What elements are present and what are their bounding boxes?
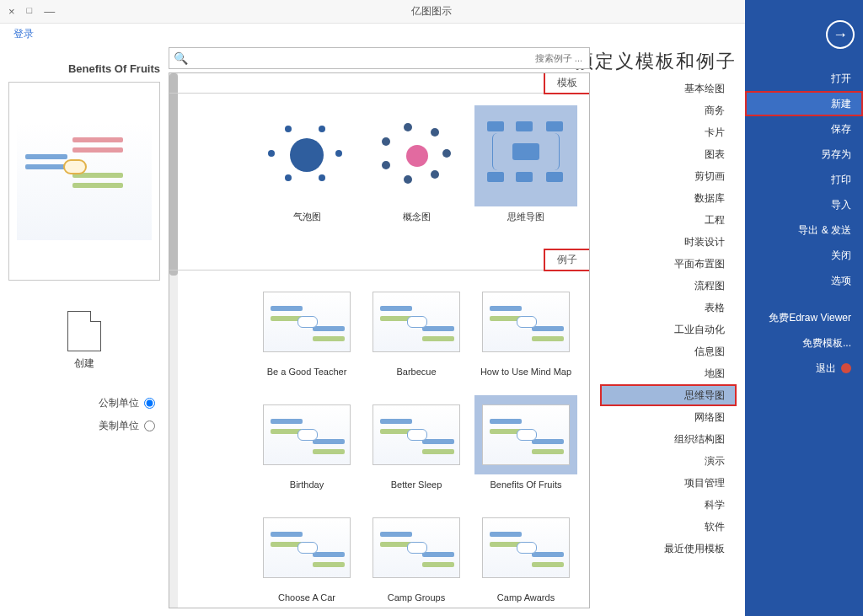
us-radio[interactable]: 美制单位 — [8, 419, 155, 433]
category-item[interactable]: 科学 — [600, 494, 737, 516]
exit-dot-icon — [841, 363, 851, 373]
rail-item[interactable]: 导入 — [745, 192, 863, 217]
rail-item[interactable]: 打开 — [745, 66, 863, 91]
metric-radio[interactable]: 公制单位 — [8, 396, 155, 410]
example-tile[interactable]: Camp Awards — [474, 508, 577, 608]
preview-title: Benefits Of Fruits — [8, 62, 160, 75]
category-item[interactable]: 表格 — [600, 297, 737, 319]
tile-caption: Camp Awards — [497, 592, 555, 608]
unit-radios: 公制单位 美制单位 — [8, 396, 160, 433]
category-item[interactable]: 卡片 — [600, 121, 737, 143]
category-item[interactable]: 基本绘图 — [600, 78, 737, 99]
title-bar: × □ — 亿图图示 — [0, 0, 863, 24]
category-list: 基本绘图商务卡片图表剪切画数据库工程时装设计平面布置图流程图表格工业自动化信息图… — [600, 78, 737, 560]
rail-item[interactable]: 另存为 — [745, 142, 863, 167]
close-icon[interactable]: × — [8, 5, 15, 18]
create-button[interactable]: 创建 — [56, 311, 112, 371]
create-label: 创建 — [56, 356, 112, 371]
example-tile[interactable]: Camp Groups — [365, 508, 468, 608]
rail-item[interactable]: 关闭 — [745, 243, 863, 268]
rail-item[interactable]: 免费模板... — [745, 330, 863, 356]
rail-item[interactable]: 新建 — [745, 91, 863, 116]
category-item[interactable]: 演示 — [600, 450, 737, 472]
window-title: 亿图图示 — [411, 4, 452, 19]
section-header-label: 模板 — [545, 73, 589, 93]
tile-caption: 概念图 — [403, 212, 431, 233]
tile-caption: Camp Groups — [388, 592, 445, 608]
example-tile[interactable]: Barbecue — [365, 282, 468, 388]
template-tile[interactable]: 思维导图 — [474, 105, 577, 233]
tile-caption: Birthday — [290, 479, 324, 501]
section-header-label: 例子 — [545, 250, 589, 270]
preview-thumbnail — [8, 82, 160, 281]
scroll-thumb[interactable] — [169, 73, 178, 276]
example-tile[interactable]: Birthday — [255, 395, 358, 501]
tile-caption: How to Use Mind Map — [480, 367, 571, 388]
section-header-templates: 模板 — [169, 73, 589, 94]
search-box[interactable]: 🔍 — [169, 47, 590, 69]
section-header-examples: 例子 — [169, 250, 589, 271]
category-item[interactable]: 软件 — [600, 516, 737, 538]
tile-caption: Choose A Car — [278, 592, 335, 608]
category-item[interactable]: 网络图 — [600, 406, 737, 428]
template-tile[interactable]: 气泡图 — [255, 105, 358, 233]
category-item[interactable]: 最近使用模板 — [600, 538, 737, 560]
tile-caption: Benefits Of Fruits — [490, 479, 562, 501]
example-tile[interactable]: Choose A Car — [255, 508, 358, 608]
login-link[interactable]: 登录 — [13, 27, 34, 41]
category-item[interactable]: 组织结构图 — [600, 428, 737, 450]
category-item[interactable]: 流程图 — [600, 275, 737, 297]
tile-caption: Barbecue — [396, 367, 436, 388]
category-item[interactable]: 工程 — [600, 209, 737, 231]
tile-caption: Be a Good Teacher — [267, 367, 347, 388]
tile-caption: 思维导图 — [507, 212, 544, 233]
page-icon — [67, 311, 101, 351]
category-item[interactable]: 信息图 — [600, 340, 737, 362]
tile-caption: 气泡图 — [293, 212, 321, 233]
category-item[interactable]: 商务 — [600, 99, 737, 121]
maximize-icon[interactable]: □ — [27, 5, 33, 18]
category-item[interactable]: 剪切画 — [600, 165, 737, 187]
category-item[interactable]: 时装设计 — [600, 231, 737, 253]
back-icon[interactable]: → — [826, 20, 855, 49]
scrollbar[interactable] — [169, 73, 178, 608]
rail-item[interactable]: 选项 — [745, 268, 863, 293]
preview-column: Benefits Of Fruits 创建 公制单位 美 — [8, 62, 160, 442]
minimize-icon[interactable]: — — [44, 5, 53, 18]
category-item[interactable]: 项目管理 — [600, 472, 737, 494]
example-tile[interactable]: Be a Good Teacher — [255, 282, 358, 388]
search-icon: 🔍 — [169, 51, 191, 65]
example-tile[interactable]: Benefits Of Fruits — [474, 395, 577, 501]
rail-item[interactable]: 免费Edraw Viewer — [745, 305, 863, 330]
rail-item[interactable]: 打印 — [745, 167, 863, 192]
tile-caption: Better Sleep — [391, 479, 442, 501]
template-tile[interactable]: 概念图 — [365, 105, 468, 233]
nav-rail: → 打开新建保存另存为打印导入导出 & 发送关闭选项免费Edraw Viewer… — [745, 0, 863, 616]
example-tile[interactable]: Better Sleep — [365, 395, 468, 501]
templates-panel: 模板 思维导图概念图气泡图 例子 How to Use Mind MapBarb… — [169, 72, 590, 608]
category-item[interactable]: 平面布置图 — [600, 253, 737, 275]
category-item[interactable]: 地图 — [600, 362, 737, 384]
example-tile[interactable]: How to Use Mind Map — [474, 282, 577, 388]
search-input[interactable] — [191, 53, 589, 63]
rail-item[interactable]: 退出 — [745, 356, 863, 381]
category-item[interactable]: 图表 — [600, 143, 737, 165]
category-item[interactable]: 思维导图 — [600, 384, 737, 406]
category-item[interactable]: 数据库 — [600, 187, 737, 209]
category-item[interactable]: 工业自动化 — [600, 319, 737, 340]
rail-item[interactable]: 保存 — [745, 116, 863, 142]
rail-item[interactable]: 导出 & 发送 — [745, 217, 863, 243]
page-heading: 预定义模板和例子 — [575, 49, 737, 74]
